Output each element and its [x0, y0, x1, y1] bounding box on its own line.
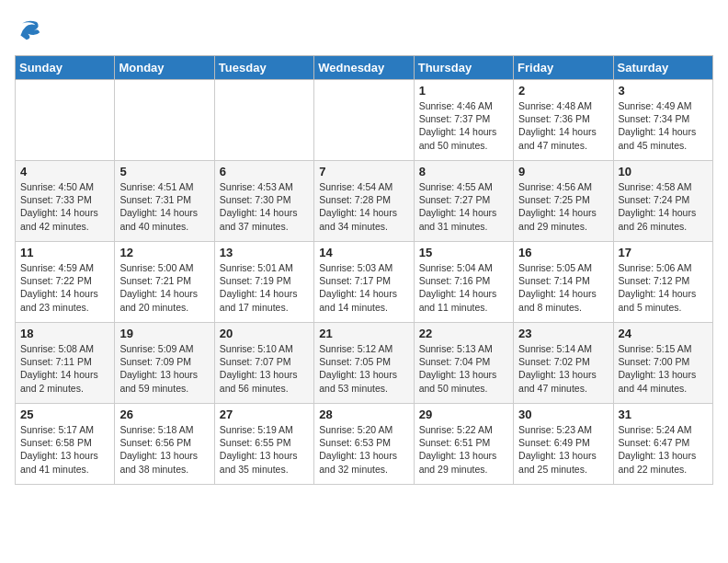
day-info: Sunset: 7:04 PM	[419, 355, 508, 368]
weekday-friday: Friday	[514, 56, 613, 80]
calendar-day	[16, 80, 115, 161]
day-info: Sunset: 7:00 PM	[619, 355, 708, 368]
day-info: Sunrise: 4:55 AM	[419, 180, 508, 193]
day-info: Sunset: 6:47 PM	[619, 436, 708, 449]
calendar-day: 15Sunrise: 5:04 AMSunset: 7:16 PMDayligh…	[414, 242, 513, 323]
day-number: 30	[518, 408, 608, 421]
day-info: Sunset: 7:25 PM	[518, 193, 608, 206]
day-info: Sunset: 7:24 PM	[619, 193, 708, 206]
calendar-day: 18Sunrise: 5:08 AMSunset: 7:11 PMDayligh…	[16, 323, 115, 404]
day-info: Sunset: 6:53 PM	[319, 436, 408, 449]
day-number: 18	[20, 327, 109, 340]
day-info: Sunrise: 4:59 AM	[20, 261, 109, 274]
day-info: Sunrise: 5:13 AM	[419, 342, 508, 355]
day-number: 13	[220, 246, 309, 259]
day-info: Sunrise: 5:23 AM	[518, 423, 608, 436]
day-info: Sunrise: 5:18 AM	[119, 423, 209, 436]
day-info: Daylight: 14 hours and 47 minutes.	[518, 125, 608, 151]
day-info: Sunset: 7:19 PM	[220, 274, 309, 287]
day-info: Sunset: 7:33 PM	[20, 193, 109, 206]
day-number: 12	[119, 246, 209, 259]
day-info: Sunrise: 4:48 AM	[518, 99, 608, 112]
day-info: Sunset: 6:55 PM	[220, 436, 309, 449]
day-info: Sunrise: 5:12 AM	[319, 342, 408, 355]
day-info: Sunset: 7:30 PM	[220, 193, 309, 206]
day-info: Daylight: 14 hours and 14 minutes.	[319, 287, 408, 313]
day-info: Daylight: 13 hours and 56 minutes.	[220, 368, 309, 394]
day-info: Sunrise: 5:15 AM	[619, 342, 708, 355]
day-number: 7	[319, 165, 408, 178]
day-info: Sunset: 6:58 PM	[20, 436, 109, 449]
logo	[15, 15, 48, 44]
day-number: 26	[119, 408, 209, 421]
calendar-day: 16Sunrise: 5:05 AMSunset: 7:14 PMDayligh…	[514, 242, 613, 323]
calendar-day: 23Sunrise: 5:14 AMSunset: 7:02 PMDayligh…	[514, 323, 613, 404]
day-info: Sunrise: 5:20 AM	[319, 423, 408, 436]
day-number: 15	[419, 246, 508, 259]
day-number: 14	[319, 246, 408, 259]
day-info: Sunrise: 5:10 AM	[220, 342, 309, 355]
day-number: 19	[119, 327, 209, 340]
calendar-day: 17Sunrise: 5:06 AMSunset: 7:12 PMDayligh…	[613, 242, 712, 323]
day-info: Sunset: 7:05 PM	[319, 355, 408, 368]
day-info: Sunrise: 5:01 AM	[220, 261, 309, 274]
day-info: Sunset: 6:49 PM	[518, 436, 608, 449]
day-info: Sunrise: 5:03 AM	[319, 261, 408, 274]
calendar-day: 21Sunrise: 5:12 AMSunset: 7:05 PMDayligh…	[314, 323, 414, 404]
day-number: 8	[419, 165, 508, 178]
day-info: Daylight: 13 hours and 25 minutes.	[518, 449, 608, 475]
weekday-sunday: Sunday	[16, 56, 115, 80]
calendar-day: 6Sunrise: 4:53 AMSunset: 7:30 PMDaylight…	[214, 161, 313, 242]
day-info: Daylight: 13 hours and 47 minutes.	[518, 368, 608, 394]
day-info: Daylight: 13 hours and 32 minutes.	[319, 449, 408, 475]
calendar-table: SundayMondayTuesdayWednesdayThursdayFrid…	[15, 55, 713, 485]
day-info: Sunset: 7:36 PM	[518, 112, 608, 125]
calendar-day: 20Sunrise: 5:10 AMSunset: 7:07 PMDayligh…	[214, 323, 313, 404]
day-info: Sunset: 7:31 PM	[119, 193, 209, 206]
day-info: Sunset: 7:16 PM	[419, 274, 508, 287]
weekday-header-row: SundayMondayTuesdayWednesdayThursdayFrid…	[16, 56, 713, 80]
calendar-day	[314, 80, 414, 161]
day-number: 6	[220, 165, 309, 178]
calendar-day: 11Sunrise: 4:59 AMSunset: 7:22 PMDayligh…	[16, 242, 115, 323]
calendar-day: 10Sunrise: 4:58 AMSunset: 7:24 PMDayligh…	[613, 161, 712, 242]
day-info: Sunrise: 4:51 AM	[119, 180, 209, 193]
calendar-day: 19Sunrise: 5:09 AMSunset: 7:09 PMDayligh…	[115, 323, 214, 404]
day-number: 24	[619, 327, 708, 340]
calendar-day	[115, 80, 214, 161]
calendar-day: 5Sunrise: 4:51 AMSunset: 7:31 PMDaylight…	[115, 161, 214, 242]
weekday-tuesday: Tuesday	[214, 56, 313, 80]
day-info: Daylight: 14 hours and 40 minutes.	[119, 206, 209, 232]
calendar-week-4: 18Sunrise: 5:08 AMSunset: 7:11 PMDayligh…	[16, 323, 713, 404]
calendar-day: 28Sunrise: 5:20 AMSunset: 6:53 PMDayligh…	[314, 404, 414, 485]
day-info: Sunset: 7:02 PM	[518, 355, 608, 368]
day-info: Daylight: 14 hours and 2 minutes.	[20, 368, 109, 394]
weekday-saturday: Saturday	[613, 56, 712, 80]
day-info: Sunrise: 4:49 AM	[619, 99, 708, 112]
weekday-monday: Monday	[115, 56, 214, 80]
day-info: Daylight: 14 hours and 31 minutes.	[419, 206, 508, 232]
day-info: Daylight: 13 hours and 59 minutes.	[119, 368, 209, 394]
day-info: Daylight: 14 hours and 23 minutes.	[20, 287, 109, 313]
day-number: 17	[619, 246, 708, 259]
day-info: Daylight: 14 hours and 29 minutes.	[518, 206, 608, 232]
day-number: 28	[319, 408, 408, 421]
day-number: 31	[619, 408, 708, 421]
day-info: Sunset: 7:17 PM	[319, 274, 408, 287]
day-info: Daylight: 14 hours and 34 minutes.	[319, 206, 408, 232]
day-info: Daylight: 14 hours and 11 minutes.	[419, 287, 508, 313]
day-number: 20	[220, 327, 309, 340]
calendar-week-5: 25Sunrise: 5:17 AMSunset: 6:58 PMDayligh…	[16, 404, 713, 485]
calendar-day: 3Sunrise: 4:49 AMSunset: 7:34 PMDaylight…	[613, 80, 712, 161]
day-info: Daylight: 14 hours and 26 minutes.	[619, 206, 708, 232]
calendar-day: 12Sunrise: 5:00 AMSunset: 7:21 PMDayligh…	[115, 242, 214, 323]
day-info: Sunset: 7:14 PM	[518, 274, 608, 287]
day-info: Daylight: 14 hours and 17 minutes.	[220, 287, 309, 313]
day-info: Sunrise: 4:50 AM	[20, 180, 109, 193]
day-number: 22	[419, 327, 508, 340]
day-info: Daylight: 14 hours and 8 minutes.	[518, 287, 608, 313]
day-info: Sunrise: 5:00 AM	[119, 261, 209, 274]
calendar-week-3: 11Sunrise: 4:59 AMSunset: 7:22 PMDayligh…	[16, 242, 713, 323]
day-number: 3	[619, 84, 708, 98]
day-info: Daylight: 13 hours and 53 minutes.	[319, 368, 408, 394]
